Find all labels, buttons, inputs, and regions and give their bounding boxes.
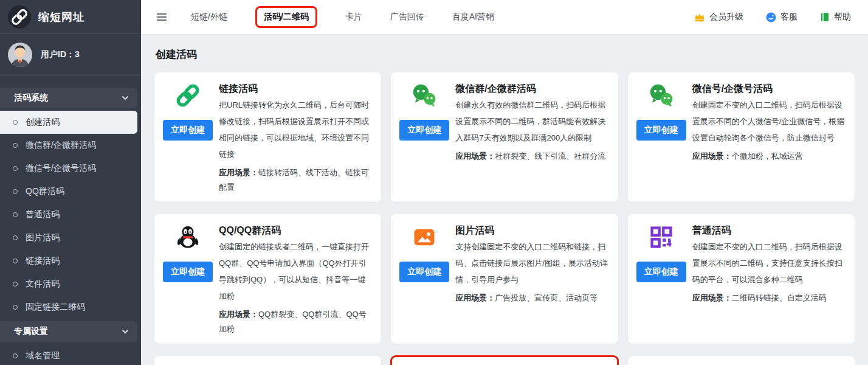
circle-bullet-icon bbox=[13, 259, 18, 263]
user-panel: 用户ID：3 bbox=[0, 34, 141, 76]
card-scene-prefix: 应用场景： bbox=[219, 310, 258, 319]
avatar bbox=[8, 43, 32, 67]
card-0: 立即创建链接活码把URL链接转化为永久二维码，后台可随时修改链接，扫码后根据设置… bbox=[154, 72, 381, 202]
top-tabs: 短链/外链活码/二维码卡片广告回传百度AI营销 bbox=[191, 6, 494, 28]
circle-bullet-icon bbox=[13, 189, 18, 194]
create-button[interactable]: 立即创建 bbox=[163, 120, 213, 141]
card-body: QQ/QQ群活码创建固定的链接或者二维码，一键直接打开QQ群、QQ号申请加入界面… bbox=[219, 221, 371, 336]
sidebar-group-0[interactable]: 活码系统 bbox=[0, 88, 137, 108]
nav-tab-0[interactable]: 短链/外链 bbox=[191, 12, 227, 23]
card-left-col: 立即创建 bbox=[398, 80, 450, 195]
sidebar-item-3[interactable]: 微信号/企微号活码 bbox=[0, 157, 137, 180]
sidebar-item-9[interactable]: 固定链接二维码 bbox=[0, 296, 137, 319]
header-action-1[interactable]: 客服 bbox=[765, 11, 797, 23]
card-title: 图片活码 bbox=[455, 223, 608, 238]
nav-tab-4[interactable]: 百度AI营销 bbox=[452, 12, 494, 23]
card-scene: 应用场景：广告投放、宣传页、活动页等 bbox=[455, 291, 608, 305]
card-body: 链接活码把URL链接转化为永久二维码，后台可随时修改链接，扫码后根据设置展示打开… bbox=[219, 80, 371, 195]
card-body: 图片活码支持创建固定不变的入口二维码和链接，扫码、点击链接后展示图片/图组，展示… bbox=[455, 221, 608, 336]
card-desc: 创建固定不变的入口二维码，扫码后根据设置展示不同的二维码，支持任意支持长按扫码的… bbox=[692, 238, 845, 288]
create-button[interactable]: 立即创建 bbox=[399, 262, 449, 282]
card-desc: 把URL链接转化为永久二维码，后台可随时修改链接，扫码后根据设置展示打开不同或相… bbox=[219, 97, 371, 162]
card-title: QQ/QQ群活码 bbox=[219, 223, 371, 238]
main-area: 短链/外链活码/二维码卡片广告回传百度AI营销 会员升级客服帮助 创建活码 立即… bbox=[141, 0, 868, 365]
circle-bullet-icon bbox=[13, 120, 18, 125]
circle-bullet-icon bbox=[13, 166, 18, 171]
card-desc: 创建永久有效的微信群二维码，扫码后根据设置展示不同的二维码，群活码能有效解决入群… bbox=[455, 97, 608, 146]
sidebar-group-label: 专属设置 bbox=[14, 326, 48, 337]
card-title: 普通活码 bbox=[692, 223, 845, 238]
card-scene: 应用场景：QQ群裂变、QQ群引流、QQ号加粉 bbox=[219, 307, 371, 336]
card-title: 链接活码 bbox=[219, 81, 371, 97]
wechat-icon bbox=[648, 82, 675, 109]
sidebar-item-11[interactable]: 域名管理 bbox=[0, 344, 137, 365]
card-7: 立即创建固定链接二维码把网址直接生成二维码，网址不可修改，不限扫码次数，永久可扫… bbox=[391, 356, 618, 365]
sidebar-group-10[interactable]: 专属设置 bbox=[0, 321, 137, 342]
create-button[interactable]: 立即创建 bbox=[636, 262, 686, 282]
chevron-down-icon bbox=[122, 328, 129, 335]
circle-bullet-icon bbox=[13, 282, 18, 287]
card-title: 微信群/企微群活码 bbox=[455, 81, 608, 97]
sidebar-item-label: 域名管理 bbox=[26, 350, 60, 361]
card-body: 普通活码创建固定不变的入口二维码，扫码后根据设置展示不同的二维码，支持任意支持长… bbox=[692, 221, 845, 336]
header-action-0[interactable]: 会员升级 bbox=[694, 11, 743, 23]
create-button[interactable]: 立即创建 bbox=[399, 120, 449, 141]
card-2: 立即创建微信号/企微号活码创建固定不变的入口二维码，扫码后根据设置展示不同的个人… bbox=[628, 72, 855, 202]
page-title: 创建活码 bbox=[156, 47, 855, 61]
card-5: 立即创建普通活码创建固定不变的入口二维码，扫码后根据设置展示不同的二维码，支持任… bbox=[628, 214, 855, 344]
sidebar-item-6[interactable]: 图片活码 bbox=[0, 226, 137, 249]
create-button[interactable]: 立即创建 bbox=[636, 120, 686, 141]
brand: 缩短网址 bbox=[0, 0, 141, 34]
app-logo-link-icon bbox=[7, 5, 32, 29]
qr-purple-icon bbox=[648, 224, 675, 251]
topbar: 短链/外链活码/二维码卡片广告回传百度AI营销 会员升级客服帮助 bbox=[141, 0, 868, 34]
sidebar-item-8[interactable]: 文件活码 bbox=[0, 273, 137, 296]
sidebar-item-label: 固定链接二维码 bbox=[26, 302, 85, 313]
menu-hamburger-icon[interactable] bbox=[156, 11, 168, 23]
nav-tab-3[interactable]: 广告回传 bbox=[390, 12, 424, 23]
app-title: 缩短网址 bbox=[38, 10, 84, 24]
card-3: 立即创建QQ/QQ群活码创建固定的链接或者二维码，一键直接打开QQ群、QQ号申请… bbox=[154, 214, 381, 344]
card-8: 立即创建付费社群支持付费后打开活码页面，价格可自定义。应用场景：付费社群、付费资… bbox=[628, 356, 855, 365]
sidebar-item-label: 微信群/企微群活码 bbox=[26, 140, 96, 151]
sidebar-item-label: 图片活码 bbox=[26, 232, 60, 243]
sidebar-item-label: 文件活码 bbox=[26, 279, 60, 290]
sidebar-item-7[interactable]: 链接活码 bbox=[0, 249, 137, 273]
wechat-icon bbox=[411, 82, 438, 109]
sidebar-item-2[interactable]: 微信群/企微群活码 bbox=[0, 134, 137, 157]
sidebar-item-5[interactable]: 普通活码 bbox=[0, 203, 137, 226]
chevron-down-icon bbox=[122, 94, 129, 102]
card-scene: 应用场景：链接转活码、线下活动、链接可配置 bbox=[219, 165, 371, 195]
card-scene-prefix: 应用场景： bbox=[455, 151, 495, 161]
card-body: 微信号/企微号活码创建固定不变的入口二维码，扫码后根据设置展示不同的个人微信号/… bbox=[692, 80, 845, 195]
circle-bullet-icon bbox=[13, 353, 18, 358]
card-left-col: 立即创建 bbox=[635, 221, 687, 336]
header-action-label: 客服 bbox=[780, 12, 797, 23]
user-id-label: 用户ID：3 bbox=[41, 49, 80, 60]
header-action-2[interactable]: 帮助 bbox=[819, 11, 851, 23]
sidebar-item-4[interactable]: QQ群活码 bbox=[0, 180, 137, 203]
card-scene-prefix: 应用场景： bbox=[692, 293, 732, 302]
card-4: 立即创建图片活码支持创建固定不变的入口二维码和链接，扫码、点击链接后展示图片/图… bbox=[391, 214, 618, 344]
nav-tab-2[interactable]: 卡片 bbox=[345, 12, 362, 23]
sidebar-item-1[interactable]: 创建活码 bbox=[0, 111, 137, 134]
card-scene-prefix: 应用场景： bbox=[692, 151, 732, 161]
card-desc: 支持创建固定不变的入口二维码和链接，扫码、点击链接后展示图片/图组，展示活动详情… bbox=[455, 238, 608, 288]
qq-icon bbox=[174, 224, 201, 251]
card-title: 微信号/企微号活码 bbox=[692, 81, 845, 97]
nav-tab-1[interactable]: 活码/二维码 bbox=[255, 6, 317, 28]
header-action-label: 会员升级 bbox=[709, 12, 743, 23]
card-scene-text: 广告投放、宣传页、活动页等 bbox=[495, 293, 598, 302]
card-scene: 应用场景：个微加粉，私域运营 bbox=[692, 149, 845, 164]
card-desc: 创建固定的链接或者二维码，一键直接打开QQ群、QQ号申请加入界面（QQ外打开引导… bbox=[219, 238, 371, 304]
create-button[interactable]: 立即创建 bbox=[163, 262, 213, 282]
circle-bullet-icon bbox=[13, 212, 18, 217]
card-scene: 应用场景：二维码转链接、自定义活码 bbox=[692, 291, 845, 305]
service-icon bbox=[765, 12, 777, 23]
card-grid: 立即创建链接活码把URL链接转化为永久二维码，后台可随时修改链接，扫码后根据设置… bbox=[154, 72, 855, 365]
card-scene-prefix: 应用场景： bbox=[219, 168, 258, 177]
card-1: 立即创建微信群/企微群活码创建永久有效的微信群二维码，扫码后根据设置展示不同的二… bbox=[391, 72, 618, 202]
card-scene-text: 个微加粉，私域运营 bbox=[732, 151, 803, 161]
card-left-col: 立即创建 bbox=[398, 221, 450, 336]
card-6: 立即创建文件活码支持创建固定不变的入口二维码和链接，扫码、点击链接后展示文件内容… bbox=[154, 356, 381, 365]
